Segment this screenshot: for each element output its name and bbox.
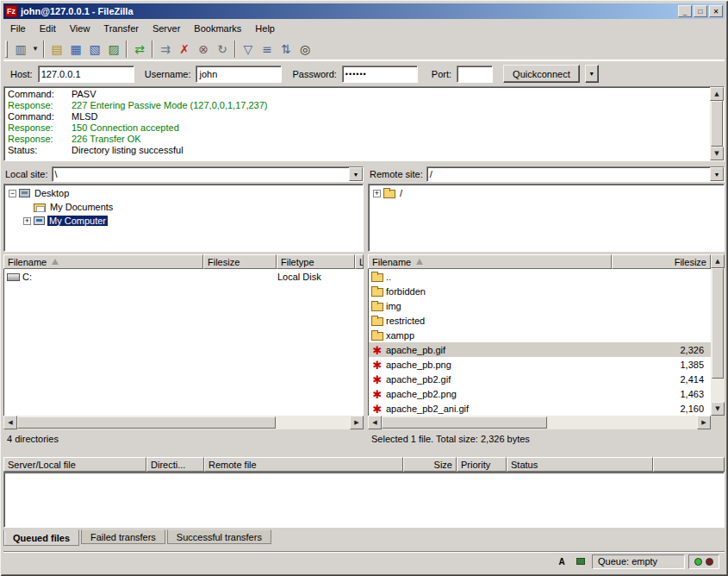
menu-server[interactable]: Server xyxy=(146,22,187,35)
scroll-down-icon[interactable]: ▼ xyxy=(710,147,724,160)
column-label: Directi... xyxy=(151,460,185,470)
transfer-type-icon[interactable]: A xyxy=(554,554,569,568)
remote-list-hscrollbar[interactable]: ◀ ▶ xyxy=(368,416,711,429)
file-row[interactable]: ✱apache_pb.png1,385 xyxy=(369,357,711,372)
transfer-queue-icon[interactable]: ▨ xyxy=(104,40,123,59)
tree-item-my-computer[interactable]: + My Computer xyxy=(6,214,363,228)
local-treeview-glyph: ▦ xyxy=(70,43,81,55)
quickconnect-button[interactable]: Quickconnect xyxy=(503,65,580,83)
message-log-lines[interactable]: Command:PASV Response:227 Entering Passi… xyxy=(4,87,710,160)
file-name: forbidden xyxy=(386,286,426,297)
disconnect-icon[interactable]: ⊗ xyxy=(194,40,213,59)
sync-browsing-icon[interactable]: ⇅ xyxy=(277,40,296,59)
port-input[interactable] xyxy=(457,66,493,83)
scroll-thumb[interactable] xyxy=(382,416,547,429)
expand-icon[interactable]: + xyxy=(23,217,31,225)
combo-dropdown-icon[interactable]: ▼ xyxy=(349,167,363,181)
column-header-filetype[interactable]: Filetype xyxy=(277,254,355,269)
column-header-filesize[interactable]: Filesize xyxy=(612,254,711,269)
combo-dropdown-icon[interactable]: ▼ xyxy=(710,167,724,181)
quickconnect-dropdown-icon[interactable]: ▼ xyxy=(585,65,599,83)
column-header-filename[interactable]: Filename xyxy=(368,254,612,269)
column-header-direction[interactable]: Directi... xyxy=(146,457,204,472)
file-row-local-drive[interactable]: C: Local Disk xyxy=(4,269,364,284)
tree-item-my-documents[interactable]: My Documents xyxy=(6,200,363,214)
maximize-button[interactable]: □ xyxy=(694,5,707,17)
column-header-filename[interactable]: Filename xyxy=(3,254,203,269)
remote-site-combo[interactable]: / ▼ xyxy=(426,166,725,182)
local-file-list[interactable]: C: Local Disk xyxy=(3,269,364,416)
menu-help[interactable]: Help xyxy=(248,22,282,35)
scroll-right-icon[interactable]: ▶ xyxy=(350,416,364,429)
username-input[interactable] xyxy=(196,66,282,83)
menu-view[interactable]: View xyxy=(63,22,97,35)
log-scrollbar[interactable]: ▲ ▼ xyxy=(710,87,724,160)
tree-item-desktop[interactable]: − Desktop xyxy=(6,186,363,200)
refresh-icon[interactable]: ⇄ xyxy=(130,40,149,59)
sort-ascending-icon xyxy=(416,259,423,265)
speed-limit-icon[interactable] xyxy=(573,554,588,568)
menu-transfer[interactable]: Transfer xyxy=(96,22,146,35)
local-list-hscrollbar[interactable]: ◀ ▶ xyxy=(3,416,364,429)
collapse-icon[interactable]: − xyxy=(9,190,16,197)
scroll-right-icon[interactable]: ▶ xyxy=(697,416,711,429)
comparison-icon[interactable]: ≡ xyxy=(258,40,277,59)
titlebar[interactable]: Fz john@127.0.0.1 - FileZilla _ □ ✕ xyxy=(3,3,725,19)
filter-icon[interactable]: ▽ xyxy=(239,40,258,59)
menu-edit[interactable]: Edit xyxy=(33,22,63,35)
menu-file[interactable]: File xyxy=(3,22,33,35)
scroll-left-icon[interactable]: ◀ xyxy=(368,416,382,429)
scroll-down-icon[interactable]: ▼ xyxy=(711,402,725,416)
file-row[interactable]: img xyxy=(369,298,711,313)
process-queue-icon[interactable]: ⇉ xyxy=(156,40,175,59)
column-header-size[interactable]: Size xyxy=(403,457,457,472)
file-type: Local Disk xyxy=(277,272,356,282)
file-row[interactable]: xampp xyxy=(369,328,711,342)
file-row[interactable]: ✱apache_pb2.gif2,414 xyxy=(369,372,711,386)
expand-icon[interactable]: + xyxy=(373,190,381,197)
site-manager-icon[interactable]: ▥ xyxy=(11,40,30,59)
scroll-thumb[interactable] xyxy=(712,268,724,379)
toolbar-grip[interactable] xyxy=(5,41,8,58)
close-button[interactable]: ✕ xyxy=(709,5,723,17)
file-row[interactable]: forbidden xyxy=(369,284,711,298)
scroll-up-icon[interactable]: ▲ xyxy=(711,254,725,268)
file-row-selected[interactable]: ✱apache_pb.gif2,326 xyxy=(369,342,711,357)
tree-item-root[interactable]: + / xyxy=(370,186,724,200)
transfer-queue-list[interactable] xyxy=(3,472,725,528)
file-row[interactable]: ✱apache_pb2_ani.gif2,160 xyxy=(369,401,711,416)
local-treeview-icon[interactable]: ▦ xyxy=(66,40,85,59)
local-site-combo[interactable]: \ ▼ xyxy=(52,166,364,182)
column-header-lastmodified[interactable]: L xyxy=(355,254,364,269)
host-input[interactable] xyxy=(38,66,134,83)
message-log-icon[interactable]: ▤ xyxy=(47,40,66,59)
cancel-icon[interactable]: ✗ xyxy=(175,40,194,59)
file-row[interactable]: .. xyxy=(369,269,711,284)
scroll-left-icon[interactable]: ◀ xyxy=(3,416,17,429)
scroll-thumb[interactable] xyxy=(17,416,276,429)
site-manager-dropdown-icon[interactable]: ▼ xyxy=(30,40,40,59)
column-header-priority[interactable]: Priority xyxy=(457,457,507,472)
scroll-up-icon[interactable]: ▲ xyxy=(710,87,724,101)
remote-file-list[interactable]: .. forbidden img restricted xampp ✱apach… xyxy=(368,269,711,416)
find-icon[interactable]: ◎ xyxy=(296,40,314,59)
tab-failed-transfers[interactable]: Failed transfers xyxy=(81,529,165,544)
log-line: Status:Directory listing successful xyxy=(8,145,708,156)
file-row[interactable]: ✱apache_pb2.png1,463 xyxy=(369,386,711,401)
password-input[interactable] xyxy=(342,66,418,83)
scroll-thumb[interactable] xyxy=(711,101,723,147)
tab-successful-transfers[interactable]: Successful transfers xyxy=(167,529,271,544)
column-header-remote-file[interactable]: Remote file xyxy=(204,457,403,472)
tab-queued-files[interactable]: Queued files xyxy=(3,529,79,546)
column-header-status[interactable]: Status xyxy=(507,457,653,472)
file-row[interactable]: restricted xyxy=(369,313,711,328)
remote-list-scrollbar[interactable]: ▲ ▼ xyxy=(711,254,725,416)
menu-bookmarks[interactable]: Bookmarks xyxy=(187,22,248,35)
reconnect-icon[interactable]: ↻ xyxy=(213,40,232,59)
remote-treeview-icon[interactable]: ▧ xyxy=(85,40,104,59)
column-label: Filetype xyxy=(281,257,314,267)
minimize-button[interactable]: _ xyxy=(678,5,692,17)
column-header-server-local-file[interactable]: Server/Local file xyxy=(3,457,146,472)
remote-site-value: / xyxy=(427,169,710,179)
column-header-filesize[interactable]: Filesize xyxy=(203,254,277,269)
